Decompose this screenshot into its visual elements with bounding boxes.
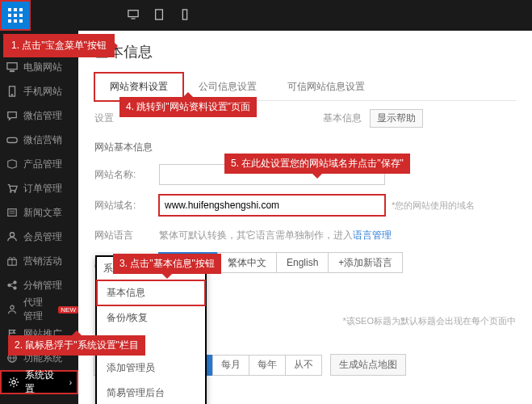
gift-icon xyxy=(6,255,18,267)
mobile-icon[interactable] xyxy=(179,9,191,23)
sidebar-item-label: 分销管理 xyxy=(23,279,62,292)
sidebar-item-label: 手机网站 xyxy=(23,85,62,99)
svg-point-19 xyxy=(15,191,16,193)
site-domain-input[interactable] xyxy=(159,195,385,216)
lang-button[interactable]: +添加新语言 xyxy=(328,252,403,273)
sidebar-item-label: 微信管理 xyxy=(23,109,62,123)
svg-rect-5 xyxy=(19,14,23,17)
popup-item[interactable]: 基本信息 xyxy=(97,280,205,305)
sidebar-item-box[interactable]: 产品管理 xyxy=(0,152,78,176)
lang-button[interactable]: English xyxy=(276,252,329,273)
site-lang-label: 网站语言 xyxy=(94,229,159,242)
popup-item[interactable]: 简易管理后台 xyxy=(97,381,205,404)
freq-button[interactable]: 每月 xyxy=(212,355,249,376)
seo-note: *该SEO标题为默认标题会出现在每个页面中 xyxy=(342,315,516,327)
sidebar-item-label: 新闻文章 xyxy=(23,206,62,220)
svg-rect-13 xyxy=(7,63,17,69)
show-help-button[interactable]: 显示帮助 xyxy=(370,109,423,128)
tablet-icon[interactable] xyxy=(153,9,165,23)
freq-button[interactable]: 每年 xyxy=(249,355,286,376)
page-title: 基本信息 xyxy=(94,42,516,61)
sidebar-item-label: 代理管理 xyxy=(23,296,51,323)
svg-line-30 xyxy=(10,286,14,288)
svg-point-23 xyxy=(10,233,14,237)
lang-button[interactable]: 繁体中文 xyxy=(217,252,277,273)
desktop-icon[interactable] xyxy=(128,9,139,23)
sidebar-item-user[interactable]: 会员管理 xyxy=(0,225,78,249)
sidebar-item-label: 会员管理 xyxy=(23,230,62,244)
site-domain-label: 网站域名: xyxy=(94,199,159,213)
svg-rect-17 xyxy=(7,137,17,142)
device-switcher xyxy=(128,9,191,23)
svg-rect-8 xyxy=(19,19,23,23)
domain-note: *您的网站使用的域名 xyxy=(392,200,475,212)
svg-rect-14 xyxy=(10,70,14,71)
sidebar-item-mobile[interactable]: 手机网站 xyxy=(0,79,78,103)
cart-icon xyxy=(6,183,18,194)
news-icon xyxy=(6,207,18,218)
sidebar-item-gamepad[interactable]: 微信营销 xyxy=(0,128,78,152)
callout-4: 4. 跳转到"网站资料设置"页面 xyxy=(119,97,257,117)
box-icon xyxy=(6,158,18,170)
monitor-icon xyxy=(6,61,18,73)
gamepad-icon xyxy=(6,134,18,145)
svg-rect-10 xyxy=(131,18,135,19)
site-name-label: 网站名称: xyxy=(94,168,159,182)
svg-rect-12 xyxy=(182,9,186,19)
sidebar-item-label: 系统设置 xyxy=(25,368,64,396)
share-icon xyxy=(6,280,18,291)
sidebar-item-label: 电脑网站 xyxy=(23,61,62,74)
svg-rect-4 xyxy=(14,14,17,17)
user-icon xyxy=(6,231,18,242)
svg-rect-9 xyxy=(128,10,138,16)
callout-3: 3. 点击"基本信息"按钮 xyxy=(113,254,221,274)
sidebar-item-chat[interactable]: 微信管理 xyxy=(0,103,78,128)
top-bar xyxy=(0,0,532,31)
system-settings-popup: 系统设置 × 基本信息备份/恢复系统用户添加管理员简易管理后台清空缓存 xyxy=(95,255,207,404)
sidebar-item-monitor[interactable]: 电脑网站 xyxy=(0,55,78,79)
sidebar-item-label: 营销活动 xyxy=(23,255,62,268)
sidebar-item-label: 订单管理 xyxy=(23,182,62,196)
freq-button[interactable]: 从不 xyxy=(285,355,322,376)
chat-icon xyxy=(6,110,18,121)
popup-item[interactable]: 添加管理员 xyxy=(97,356,205,381)
svg-point-36 xyxy=(12,381,15,384)
lang-manage-link[interactable]: 语言管理 xyxy=(353,229,392,241)
sidebar-item-cart[interactable]: 订单管理 xyxy=(0,176,78,200)
sidebar-item-gear[interactable]: 系统设置› xyxy=(0,370,78,394)
sidebar-item-share[interactable]: 分销管理 xyxy=(0,273,78,297)
mobile-icon xyxy=(6,86,18,97)
svg-rect-1 xyxy=(14,8,17,11)
gear-icon xyxy=(8,377,19,388)
svg-rect-2 xyxy=(19,8,23,11)
callout-2: 2. 鼠标悬浮于"系统设置"栏目 xyxy=(8,335,145,356)
app-grid-button[interactable] xyxy=(0,0,31,31)
sidebar-item-agent[interactable]: 代理管理NEW xyxy=(0,297,78,322)
svg-line-29 xyxy=(10,283,14,284)
generate-sitemap-button[interactable]: 生成站点地图 xyxy=(330,354,406,376)
svg-point-31 xyxy=(10,305,14,309)
svg-rect-6 xyxy=(8,19,11,23)
chevron-right-icon: › xyxy=(69,378,72,387)
svg-rect-20 xyxy=(8,209,17,217)
svg-point-16 xyxy=(11,95,13,96)
agent-icon xyxy=(6,304,18,315)
callout-5: 5. 在此处设置您的网站域名并点击"保存" xyxy=(224,154,410,174)
svg-rect-0 xyxy=(8,8,11,11)
sidebar-item-gift[interactable]: 营销活动 xyxy=(0,249,78,273)
sidebar-item-label: 微信营销 xyxy=(23,133,62,147)
new-badge: NEW xyxy=(58,306,78,314)
sidebar-item-news[interactable]: 新闻文章 xyxy=(0,200,78,225)
svg-rect-7 xyxy=(14,19,17,23)
grid-icon xyxy=(8,8,23,23)
popup-item[interactable]: 备份/恢复 xyxy=(97,305,205,330)
sidebar-item-label: 产品管理 xyxy=(23,158,62,171)
svg-rect-11 xyxy=(156,9,163,19)
svg-rect-3 xyxy=(8,14,11,17)
svg-point-18 xyxy=(10,191,11,193)
tab[interactable]: 可信网站信息设置 xyxy=(272,73,380,101)
callout-1: 1. 点击"宝盒菜单"按钮 xyxy=(3,34,115,57)
lang-note: 繁体可默认转换，其它语言需单独制作，进入语言管理 xyxy=(159,229,392,242)
section-basic-info: 网站基本信息 xyxy=(94,141,516,154)
